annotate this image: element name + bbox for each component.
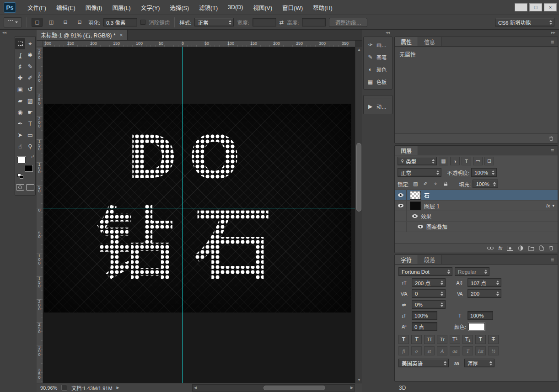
panel-menu-icon[interactable]: ≣ — [551, 255, 558, 264]
canvas-viewport[interactable]: D O 钻 石 — [43, 47, 355, 383]
font-style-select[interactable]: Regular — [455, 267, 489, 276]
horizontal-scrollbar[interactable]: ◀ ▶ — [192, 384, 355, 392]
menu-3d[interactable]: 3D(D) — [223, 0, 248, 15]
scroll-up-icon[interactable]: ▲ — [355, 47, 363, 53]
healing-brush-tool[interactable]: ✚ — [15, 72, 25, 84]
quick-mask-button[interactable] — [16, 184, 24, 191]
intersect-selection-mode-button[interactable]: ⊡ — [74, 18, 85, 27]
discretionary-ligatures-button[interactable]: st — [424, 346, 435, 355]
eye-icon[interactable] — [412, 214, 418, 218]
blend-mode-select[interactable]: 正常 — [398, 168, 441, 177]
new-layer-icon[interactable] — [539, 245, 544, 251]
gradient-tool[interactable]: ▨ — [25, 95, 35, 106]
leading-select[interactable]: 107 点 — [468, 278, 501, 287]
zoom-tool[interactable]: ⚲ — [25, 141, 35, 152]
add-selection-mode-button[interactable]: ◫ — [46, 18, 57, 27]
all-caps-button[interactable]: TT — [424, 335, 435, 344]
swap-colors-icon[interactable]: ⇄ — [31, 154, 34, 159]
strikethrough-button[interactable]: T — [488, 335, 499, 344]
move-tool[interactable]: ⌖ — [25, 38, 35, 49]
style-select[interactable]: 正常 — [194, 18, 234, 26]
fx-badge[interactable]: fx — [546, 203, 550, 208]
menu-type[interactable]: 文字(Y) — [136, 0, 165, 15]
layer-name[interactable]: 图层 1 — [424, 202, 440, 210]
menu-file[interactable]: 文件(F) — [22, 0, 51, 15]
kerning-select[interactable]: 0 — [412, 289, 446, 298]
pen-tool[interactable]: ✒ — [15, 118, 25, 129]
document-tab[interactable]: 未标题-1 @ 91% (石, RGB/8) * × — [37, 30, 128, 40]
tsume-select[interactable]: 0% — [412, 300, 446, 309]
history-brush-tool[interactable]: ↺ — [25, 84, 35, 95]
dock-collapse-header[interactable]: ◂◂ — [363, 30, 392, 36]
layer-thumbnail[interactable] — [410, 201, 421, 210]
vertical-scrollbar[interactable]: ▲ ▼ — [355, 47, 362, 383]
panel-button-brush-presets[interactable]: ✑ 画… — [364, 38, 392, 51]
effects-label[interactable]: 效果 — [421, 212, 431, 220]
ligatures-button[interactable]: fi — [398, 346, 409, 355]
vertical-scale-input[interactable]: 100% — [412, 311, 437, 320]
titling-alternates-button[interactable]: T — [462, 346, 473, 355]
scroll-left-icon[interactable]: ◀ — [193, 385, 198, 391]
link-layers-icon[interactable] — [487, 246, 494, 250]
subscript-button[interactable]: T₁ — [462, 335, 473, 344]
opacity-select[interactable]: 100% — [471, 168, 497, 177]
type-tool[interactable]: T — [25, 118, 35, 129]
rectangular-marquee-tool[interactable] — [15, 38, 25, 49]
menu-view[interactable]: 视图(V) — [248, 0, 277, 15]
faux-bold-button[interactable]: T — [398, 335, 409, 344]
quick-selection-tool[interactable]: ✱ — [25, 49, 35, 61]
stylistic-alternates-button[interactable]: aa — [450, 346, 460, 355]
rectangle-tool[interactable]: ▭ — [25, 129, 35, 141]
path-selection-tool[interactable]: ➤ — [15, 129, 25, 141]
font-family-select[interactable]: Fortuna Dot — [398, 267, 452, 276]
menu-layer[interactable]: 图层(L) — [107, 0, 135, 15]
vertical-scrollbar-thumb[interactable] — [356, 143, 361, 212]
scroll-down-icon[interactable]: ▼ — [355, 377, 363, 383]
horizontal-ruler[interactable]: 300 250 200 150 100 50 0 50 100 150 200 … — [43, 41, 355, 47]
refine-edge-button[interactable]: 调整边缘… — [329, 18, 367, 27]
tab-character[interactable]: 字符 — [395, 255, 418, 264]
subtract-selection-mode-button[interactable]: ⊟ — [60, 18, 71, 27]
menu-select[interactable]: 选择(S) — [165, 0, 194, 15]
baseline-shift-input[interactable]: 0 点 — [412, 322, 437, 331]
filter-adjustment-layers-button[interactable]: ◑ — [450, 157, 460, 165]
scroll-right-icon[interactable]: ▶ — [349, 385, 355, 391]
eyedropper-tool[interactable]: ✎ — [25, 61, 35, 72]
lock-transparency-button[interactable]: ▨ — [411, 180, 419, 188]
zoom-level[interactable]: 90.96% — [40, 385, 57, 391]
pattern-overlay-label[interactable]: 图案叠加 — [426, 223, 447, 230]
trash-icon[interactable] — [548, 136, 554, 141]
ordinals-button[interactable]: 1st — [475, 346, 486, 355]
tool-preset-picker[interactable] — [4, 17, 22, 27]
filter-pixel-layers-button[interactable]: ▦ — [439, 157, 448, 165]
faux-italic-button[interactable]: T — [411, 335, 422, 344]
horizontal-guide[interactable] — [43, 208, 355, 208]
layer-effects-row[interactable]: 效果 — [395, 211, 558, 222]
dock-group-grip[interactable] — [365, 97, 391, 99]
menu-edit[interactable]: 编辑(E) — [51, 0, 81, 15]
tab-paragraph[interactable]: 段落 — [418, 255, 441, 264]
width-input[interactable] — [253, 18, 276, 26]
maximize-button[interactable]: □ — [529, 3, 542, 11]
lock-position-button[interactable]: ⌖ — [431, 180, 440, 188]
vertical-ruler[interactable]: 350 300 250 200 150 100 50 0 50 100 150 … — [37, 47, 43, 383]
crop-tool[interactable]: ♯ — [15, 61, 25, 72]
filter-smart-objects-button[interactable]: ⊡ — [484, 157, 494, 165]
tracking-select[interactable]: 200 — [468, 289, 501, 298]
tab-3d[interactable]: 3D — [399, 385, 406, 391]
blur-tool[interactable]: ◉ — [15, 106, 25, 118]
menu-window[interactable]: 窗口(W) — [277, 0, 308, 15]
underline-button[interactable]: T — [475, 335, 486, 344]
screen-mode-button[interactable] — [26, 184, 34, 191]
panel-button-brush[interactable]: ✎ 画笔 — [364, 51, 392, 63]
clone-stamp-tool[interactable]: ▣ — [15, 84, 25, 95]
adjustment-layer-icon[interactable] — [518, 245, 523, 251]
visibility-cell[interactable] — [395, 190, 407, 200]
lock-pixels-button[interactable]: ✐ — [421, 180, 430, 188]
contextual-alternates-button[interactable]: o — [411, 346, 422, 355]
height-input[interactable] — [302, 18, 326, 26]
close-button[interactable]: × — [544, 3, 557, 11]
panel-button-swatches[interactable]: ▦ 色板 — [364, 75, 392, 88]
layer-style-icon[interactable]: fx — [498, 245, 502, 251]
foreground-color-swatch[interactable] — [17, 157, 26, 164]
